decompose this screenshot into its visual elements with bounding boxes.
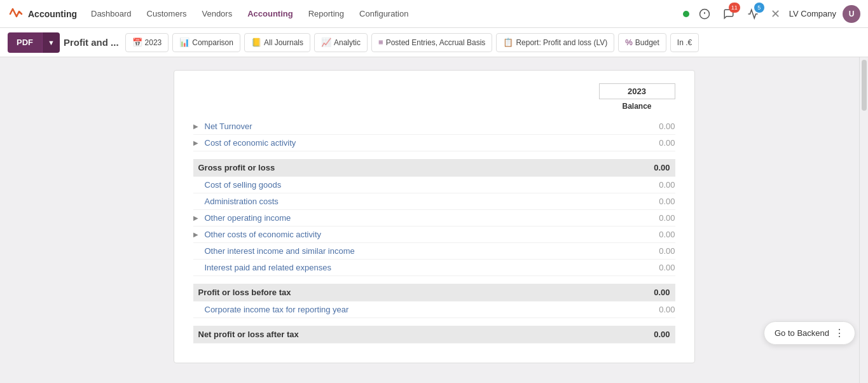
label-gross-profit: Gross profit or loss [198,163,619,172]
analytic-button[interactable]: 📈 Analytic [314,33,368,52]
report-year-header: 2023 [193,83,675,99]
nav-customers[interactable]: Customers [141,6,193,21]
goto-backend-more-icon[interactable]: ⋮ [834,327,844,339]
value-selling-goods: 0.00 [624,180,675,190]
budget-label: Budget [635,38,659,47]
comparison-label: Comparison [192,38,233,47]
scrollbar[interactable] [859,57,868,383]
analytic-icon: 📈 [321,38,331,47]
spacer-1 [193,151,675,159]
goto-backend-button[interactable]: Go to Backend ⋮ [764,321,855,345]
value-other-operating: 0.00 [624,213,675,223]
row-net-turnover: ▶ Net Turnover 0.00 [193,118,675,135]
row-profit-before-tax: Profit or loss before tax 0.00 [193,284,675,302]
analytic-label: Analytic [334,38,361,47]
pdf-button-group: PDF ▼ [8,32,60,53]
main-content: 2023 Balance ▶ Net Turnover 0.00 ▶ Cost … [0,57,868,383]
journals-icon: 📒 [251,38,261,47]
comparison-icon: 📊 [179,38,189,47]
value-other-costs: 0.00 [624,230,675,239]
currency-label: In .€ [677,38,692,47]
messages-icon-btn[interactable]: 11 [720,5,738,23]
row-corporate-tax: Corporate income tax for reporting year … [193,302,675,318]
label-net-turnover: Net Turnover [205,122,624,131]
year-filter-label: 2023 [145,38,162,47]
label-other-operating: Other operating income [205,213,624,223]
top-nav: Accounting Dashboard Customers Vendors A… [0,0,868,28]
comparison-button[interactable]: 📊 Comparison [172,33,240,52]
row-selling-goods: Cost of selling goods 0.00 [193,177,675,193]
budget-icon: % [625,38,633,47]
online-status-dot [683,11,689,17]
user-avatar[interactable]: U [843,5,860,23]
value-gross-profit: 0.00 [619,163,670,172]
row-net-profit: Net profit or loss after tax 0.00 [193,326,675,344]
spacer-2 [193,276,675,284]
journals-button[interactable]: 📒 All Journals [244,33,310,52]
support-icon-btn[interactable] [696,5,713,23]
label-other-costs: Other costs of economic activity [205,230,624,239]
messages-badge: 11 [729,3,740,13]
chevron-other-operating[interactable]: ▶ [193,214,202,221]
value-other-interest: 0.00 [624,246,675,256]
label-cost-economic: Cost of economic activity [205,138,624,148]
company-name: LV Company [789,9,836,18]
nav-configuration[interactable]: Configuration [353,6,415,21]
activity-icon-btn[interactable]: 5 [744,5,762,23]
chevron-cost-economic[interactable]: ▶ [193,139,202,146]
value-profit-before-tax: 0.00 [619,288,670,297]
report-balance-row: Balance [193,102,675,111]
nav-accounting[interactable]: Accounting [241,6,300,21]
label-profit-before-tax: Profit or loss before tax [198,288,619,297]
balance-label: Balance [599,102,675,111]
budget-button[interactable]: % Budget [618,33,666,52]
value-interest-paid: 0.00 [624,263,675,272]
value-net-profit: 0.00 [619,330,670,339]
toolbar: PDF ▼ Profit and ... 📅 2023 📊 Comparison… [0,28,868,57]
row-other-operating: ▶ Other operating income 0.00 [193,210,675,226]
nav-vendors[interactable]: Vendors [195,6,238,21]
pdf-caret-button[interactable]: ▼ [42,32,60,53]
report-year-cell: 2023 [599,83,675,99]
label-admin-costs: Administration costs [205,197,624,206]
pdf-button[interactable]: PDF [8,32,42,53]
report-icon: 📋 [503,38,513,47]
row-gross-profit: Gross profit or loss 0.00 [193,159,675,177]
posted-entries-button[interactable]: ≡ Posted Entries, Accrual Basis [371,33,492,52]
page-title: Profit and ... [64,37,119,48]
journals-label: All Journals [264,38,303,47]
goto-backend-label: Go to Backend [775,328,829,338]
posted-entries-label: Posted Entries, Accrual Basis [386,38,486,47]
label-other-interest: Other interest income and similar income [205,246,624,256]
value-corporate-tax: 0.00 [624,305,675,314]
activity-badge: 5 [754,3,764,13]
nav-brand: Accounting [28,9,77,19]
nav-dashboard[interactable]: Dashboard [85,6,138,21]
chevron-other-costs[interactable]: ▶ [193,231,202,238]
label-interest-paid: Interest paid and related expenses [205,263,624,272]
report-container: 2023 Balance ▶ Net Turnover 0.00 ▶ Cost … [174,70,695,363]
row-other-costs: ▶ Other costs of economic activity 0.00 [193,226,675,243]
value-admin-costs: 0.00 [624,197,675,206]
label-selling-goods: Cost of selling goods [205,180,624,190]
label-corporate-tax: Corporate income tax for reporting year [205,305,624,314]
value-net-turnover: 0.00 [624,122,675,131]
report-button[interactable]: 📋 Report: Profit and loss (LV) [496,33,614,52]
spacer-3 [193,318,675,326]
row-other-interest: Other interest income and similar income… [193,243,675,260]
currency-button[interactable]: In .€ [670,33,699,52]
chevron-net-turnover[interactable]: ▶ [193,123,202,130]
value-cost-economic: 0.00 [624,138,675,148]
label-net-profit: Net profit or loss after tax [198,330,619,339]
app-logo [8,6,23,22]
nav-reporting[interactable]: Reporting [302,6,350,21]
row-interest-paid: Interest paid and related expenses 0.00 [193,260,675,276]
scroll-thumb[interactable] [862,60,867,111]
nav-right-actions: 11 5 ✕ LV Company U [683,5,860,23]
close-icon[interactable]: ✕ [771,7,780,21]
year-filter-button[interactable]: 📅 2023 [125,33,169,52]
row-admin-costs: Administration costs 0.00 [193,193,675,210]
calendar-icon: 📅 [132,38,142,47]
entries-icon: ≡ [378,38,383,47]
report-label: Report: Profit and loss (LV) [516,38,607,47]
